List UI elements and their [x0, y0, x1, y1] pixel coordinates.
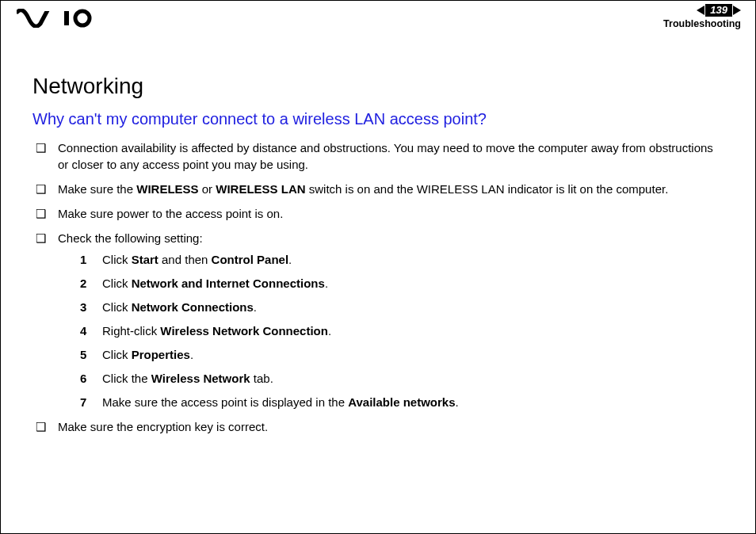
step-text: Click Network Connections.: [102, 300, 257, 314]
step-number: 1: [80, 251, 86, 268]
header: 139 Troubleshooting: [1, 1, 755, 39]
step-item: 5Click Properties.: [80, 346, 724, 363]
page: 139 Troubleshooting Networking Why can't…: [0, 0, 756, 534]
step-number: 7: [80, 394, 86, 410]
bullet-item: Make sure the WIRELESS or WIRELESS LAN s…: [36, 181, 724, 197]
step-item: 7Make sure the access point is displayed…: [80, 394, 724, 410]
vaio-logo-svg: [17, 9, 93, 28]
page-indicator: 139 Troubleshooting: [663, 4, 741, 29]
page-number-row: 139: [663, 4, 741, 17]
bullet-item: Connection availability is affected by d…: [36, 139, 724, 173]
bullet-item: Make sure the encryption key is correct.: [36, 418, 724, 435]
page-number: 139: [705, 4, 732, 17]
question-heading: Why can't my computer connect to a wirel…: [32, 110, 724, 128]
step-item: 4Right-click Wireless Network Connection…: [80, 322, 724, 339]
bullet-list: Connection availability is affected by d…: [36, 139, 724, 435]
svg-rect-0: [37, 11, 50, 25]
bullet-item: Make sure power to the access point is o…: [36, 205, 724, 222]
bullet-text: Connection availability is affected by d…: [58, 141, 713, 171]
step-item: 6Click the Wireless Network tab.: [80, 370, 724, 387]
step-text: Click the Wireless Network tab.: [102, 372, 273, 385]
svg-rect-1: [64, 11, 69, 25]
step-number: 5: [80, 346, 86, 363]
step-item: 1Click Start and then Control Panel.: [80, 251, 724, 268]
step-number: 3: [80, 299, 86, 315]
step-text: Make sure the access point is displayed …: [102, 395, 459, 409]
step-text: Click Start and then Control Panel.: [102, 253, 292, 266]
vaio-logo: [17, 9, 93, 31]
bullet-text: Make sure power to the access point is o…: [58, 207, 283, 220]
step-item: 3Click Network Connections.: [80, 299, 724, 315]
step-text: Click Network and Internet Connections.: [102, 277, 328, 290]
content: Networking Why can't my computer connect…: [1, 39, 755, 435]
prev-page-arrow-icon[interactable]: [697, 6, 704, 15]
step-text: Right-click Wireless Network Connection.: [102, 324, 331, 338]
step-number: 2: [80, 275, 86, 292]
svg-point-2: [75, 11, 90, 25]
header-section-label: Troubleshooting: [663, 18, 741, 29]
step-number: 6: [80, 370, 86, 387]
bullet-text: Check the following setting:: [58, 231, 203, 245]
step-number: 4: [80, 322, 86, 339]
page-title: Networking: [32, 74, 724, 99]
next-page-arrow-icon[interactable]: [733, 6, 741, 15]
step-item: 2Click Network and Internet Connections.: [80, 275, 724, 292]
bullet-text: Make sure the WIRELESS or WIRELESS LAN s…: [58, 182, 668, 196]
step-text: Click Properties.: [102, 348, 193, 361]
bullet-text: Make sure the encryption key is correct.: [58, 420, 268, 433]
bullet-item: Check the following setting:1Click Start…: [36, 230, 724, 410]
numbered-steps: 1Click Start and then Control Panel.2Cli…: [80, 251, 724, 410]
